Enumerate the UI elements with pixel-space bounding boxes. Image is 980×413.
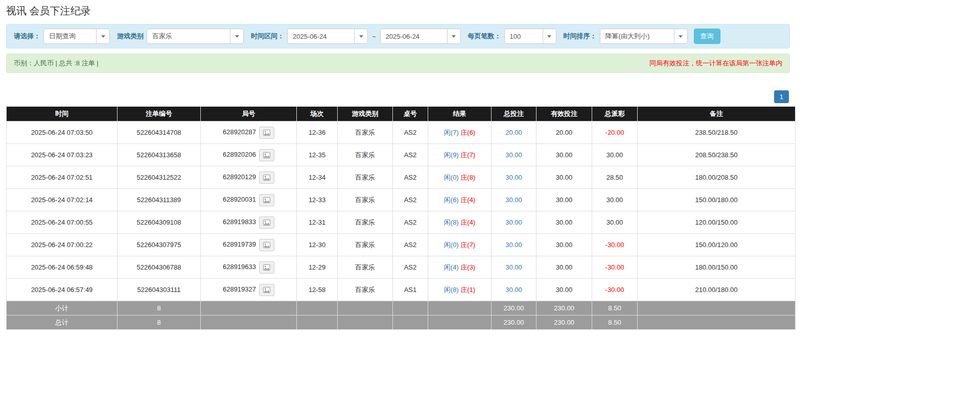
- search-button[interactable]: 查询: [694, 29, 720, 44]
- cell-table-no: AS2: [393, 189, 428, 211]
- table-row: 2025-06-24 06:57:49522604303111628919327…: [7, 279, 796, 301]
- cell-payout: 30.00: [592, 144, 638, 166]
- sort-order-value: 降冪(由大到小): [600, 29, 674, 43]
- total-bet-link[interactable]: 30.00: [505, 196, 522, 204]
- date-from-value: 2025-06-24: [288, 29, 354, 43]
- round-id: 628919833: [223, 218, 256, 226]
- total-bet-link[interactable]: 30.00: [505, 151, 522, 159]
- round-image-icon[interactable]: [259, 127, 274, 139]
- table-body: 2025-06-24 07:03:50522604314708628920287…: [7, 122, 796, 301]
- date-to-select[interactable]: 2025-06-24: [380, 29, 461, 44]
- round-image-icon[interactable]: [259, 149, 274, 161]
- cell-result: 闲(8) 庄(4): [428, 211, 492, 234]
- result-player: 闲(8): [444, 218, 459, 226]
- total-bet-link[interactable]: 30.00: [505, 241, 522, 249]
- result-player: 闲(6): [444, 196, 459, 204]
- cell-bet-id: 522604311389: [118, 189, 201, 211]
- round-image-icon[interactable]: [259, 216, 274, 229]
- summary-text: 币别：人民币 | 总共 :8 注单 |: [14, 59, 99, 68]
- total-row: 总计 8 230.00 230.00 8.50: [7, 315, 796, 330]
- cell-payout: -30.00: [592, 234, 638, 256]
- total-valid-bet: 230.00: [536, 315, 592, 330]
- subtotal-label: 小计: [7, 301, 118, 315]
- round-image-icon[interactable]: [259, 284, 274, 296]
- cell-round-id: 628919327: [201, 279, 297, 301]
- cell-total-bet: 30.00: [492, 279, 536, 301]
- cell-game-type: 百家乐: [338, 211, 393, 234]
- empty-cell: [297, 315, 338, 330]
- pagination: 1: [6, 90, 789, 103]
- chevron-down-icon: [452, 35, 456, 38]
- cell-remark: 208.50/238.50: [638, 144, 796, 166]
- column-header: 游戏类别: [338, 107, 393, 122]
- cell-payout: 28.50: [592, 166, 638, 189]
- cell-total-bet: 30.00: [492, 211, 536, 234]
- cell-payout: -30.00: [592, 279, 638, 301]
- chevron-down-icon[interactable]: [447, 29, 460, 43]
- cell-valid-bet: 30.00: [536, 166, 592, 189]
- query-type-label: 请选择：: [14, 32, 40, 41]
- chevron-down-icon[interactable]: [230, 29, 243, 43]
- column-header: 有效投注: [536, 107, 592, 122]
- records-table: 时间注单编号局号场次游戏类别桌号结果总投注有效投注总派彩备注 2025-06-2…: [6, 106, 796, 330]
- date-from-select[interactable]: 2025-06-24: [287, 29, 368, 44]
- cell-payout: 30.00: [592, 189, 638, 211]
- chevron-down-icon[interactable]: [543, 29, 556, 43]
- result-player: 闲(0): [444, 174, 459, 181]
- empty-cell: [201, 301, 297, 315]
- total-bet-link[interactable]: 30.00: [505, 174, 522, 181]
- round-image-icon[interactable]: [259, 194, 274, 206]
- total-bet-link[interactable]: 30.00: [505, 263, 522, 271]
- sort-order-select[interactable]: 降冪(由大到小): [600, 29, 688, 44]
- round-id: 628920287: [223, 128, 256, 136]
- page-size-select[interactable]: 100: [504, 29, 556, 44]
- page-title: 视讯 会员下注纪录: [6, 4, 790, 18]
- cell-game-type: 百家乐: [338, 256, 393, 279]
- cell-table-no: AS2: [393, 234, 428, 256]
- result-banker: 庄(8): [460, 174, 475, 181]
- game-type-label: 游戏类别: [117, 32, 144, 41]
- result-player: 闲(4): [444, 263, 459, 271]
- summary-bar: 币别：人民币 | 总共 :8 注单 | 同局有效投注，统一计算在该局第一张注单内: [6, 54, 790, 73]
- cell-game-type: 百家乐: [338, 189, 393, 211]
- cell-time: 2025-06-24 07:00:22: [7, 234, 118, 256]
- result-player: 闲(9): [444, 151, 459, 159]
- chevron-down-icon[interactable]: [96, 29, 109, 43]
- round-image-icon[interactable]: [259, 261, 274, 274]
- cell-bet-id: 522604309108: [118, 211, 201, 234]
- cell-game-type: 百家乐: [338, 279, 393, 301]
- cell-payout: -30.00: [592, 256, 638, 279]
- page-1-button[interactable]: 1: [774, 90, 789, 103]
- game-type-select[interactable]: 百家乐: [147, 29, 244, 44]
- subtotal-row: 小计 8 230.00 230.00 8.50: [7, 301, 796, 315]
- page-size-label: 每页笔数：: [468, 32, 501, 41]
- cell-bet-id: 522604306788: [118, 256, 201, 279]
- result-banker: 庄(7): [460, 241, 475, 249]
- chevron-down-icon: [547, 35, 551, 38]
- table-row: 2025-06-24 07:00:22522604307975628919739…: [7, 234, 796, 256]
- cell-total-bet: 30.00: [492, 166, 536, 189]
- cell-session: 12-35: [297, 144, 338, 166]
- empty-cell: [638, 301, 796, 315]
- empty-cell: [428, 315, 492, 330]
- total-bet-link[interactable]: 20.00: [505, 129, 522, 136]
- cell-result: 闲(0) 庄(7): [428, 234, 492, 256]
- page-size-value: 100: [505, 29, 543, 43]
- subtotal-count: 8: [118, 301, 201, 315]
- total-bet-link[interactable]: 30.00: [505, 286, 522, 294]
- cell-time: 2025-06-24 06:59:48: [7, 256, 118, 279]
- round-image-icon[interactable]: [259, 239, 274, 251]
- total-bet-link[interactable]: 30.00: [505, 218, 522, 226]
- table-row: 2025-06-24 07:00:55522604309108628919833…: [7, 211, 796, 234]
- round-id: 628919739: [223, 240, 256, 248]
- sort-order-label: 时间排序：: [564, 32, 597, 41]
- query-type-select[interactable]: 日期查询: [43, 29, 110, 44]
- table-row: 2025-06-24 07:02:51522604312522628920129…: [7, 166, 796, 189]
- cell-remark: 150.00/120.00: [638, 234, 796, 256]
- chevron-down-icon[interactable]: [674, 29, 687, 43]
- cell-time: 2025-06-24 07:03:23: [7, 144, 118, 166]
- chevron-down-icon: [101, 35, 105, 38]
- round-image-icon[interactable]: [259, 172, 274, 184]
- chevron-down-icon[interactable]: [354, 29, 367, 43]
- cell-valid-bet: 30.00: [536, 279, 592, 301]
